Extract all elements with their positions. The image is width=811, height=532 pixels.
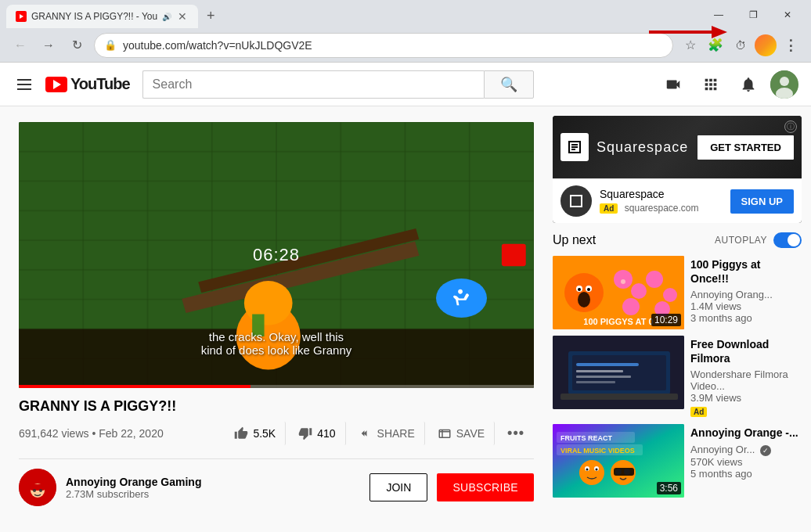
- header-right: [658, 69, 798, 100]
- verified-badge: ✓: [760, 445, 771, 456]
- video-thumb-3: FRUITS REACT VIRAL MUSIC VIDEOS: [553, 424, 684, 498]
- autoplay-label: AUTOPLAY: [715, 235, 767, 246]
- svg-marker-1: [712, 26, 727, 38]
- thumbs-up-icon: [234, 426, 248, 440]
- svg-text:VIRAL MUSIC VIDEOS: VIRAL MUSIC VIDEOS: [560, 447, 635, 455]
- svg-point-41: [663, 288, 677, 302]
- sign-up-button[interactable]: SIGN UP: [730, 189, 794, 214]
- video-progress-bar[interactable]: [19, 385, 534, 388]
- tab-favicon: [16, 11, 27, 22]
- search-button[interactable]: 🔍: [484, 70, 534, 99]
- chrome-menu-button[interactable]: ⋮: [780, 34, 802, 56]
- ad-channel-icon: [560, 185, 592, 217]
- address-bar[interactable]: 🔒 youtube.com/watch?v=nUkJLDQGV2E: [94, 33, 673, 58]
- hamburger-menu[interactable]: [13, 74, 36, 95]
- search-icon: 🔍: [500, 76, 517, 93]
- video-player[interactable]: 06:28 the cracks. Okay, well this kind o…: [19, 122, 534, 388]
- channel-info: Annoying Orange Gaming 2.73M subscribers…: [19, 458, 534, 506]
- video-3-views: 570K views: [690, 456, 802, 468]
- svg-point-62: [596, 469, 598, 471]
- search-input[interactable]: [142, 70, 484, 99]
- youtube-logo-icon: [45, 77, 67, 92]
- channel-name: Annoying Orange Gaming: [66, 476, 201, 488]
- svg-rect-47: [572, 355, 666, 390]
- ad-tag: Ad: [690, 407, 707, 417]
- svg-rect-22: [30, 484, 45, 491]
- channel-avatar: [19, 469, 56, 506]
- hamburger-line: [17, 84, 31, 85]
- video-2-channel: Wondershare Filmora Video...: [690, 368, 802, 392]
- hamburger-line: [17, 88, 31, 90]
- refresh-button[interactable]: ↻: [66, 34, 88, 56]
- svg-point-3: [780, 77, 789, 86]
- ad-info-icon[interactable]: ⓘ: [784, 120, 797, 133]
- video-2-title: Free Download Filmora: [690, 337, 802, 365]
- video-timestamp: 06:28: [253, 245, 300, 265]
- create-video-button[interactable]: [658, 69, 689, 100]
- avatar-image: [770, 70, 798, 99]
- svg-point-23: [33, 489, 36, 492]
- up-next-label: Up next: [553, 233, 715, 247]
- ad-banner-image: Squarespace GET STARTED: [553, 116, 802, 178]
- save-label: SAVE: [456, 427, 485, 440]
- url-text: youtube.com/watch?v=nUkJLDQGV2E: [123, 39, 663, 52]
- ad-row: Squarespace Ad squarespace.com SIGN UP: [553, 178, 802, 223]
- new-tab-button[interactable]: +: [201, 6, 220, 25]
- video-camera-icon: [665, 76, 682, 93]
- video-caption: the cracks. Okay, well this kind of does…: [201, 330, 352, 357]
- tab-close-button[interactable]: ✕: [176, 10, 189, 23]
- recommended-video-2[interactable]: Free Download Filmora Wondershare Filmor…: [553, 336, 802, 418]
- video-views: 691,642 views • Feb 22, 2020: [19, 427, 164, 440]
- video-3-channel: Annoying Or... ✓: [690, 444, 802, 456]
- svg-rect-25: [31, 498, 45, 503]
- ad-badge: Ad: [600, 203, 618, 214]
- share-button[interactable]: SHARE: [349, 422, 425, 445]
- share-icon: [359, 426, 373, 440]
- autoplay-toggle[interactable]: [773, 232, 802, 248]
- apps-button[interactable]: [695, 69, 726, 100]
- back-button[interactable]: ←: [9, 34, 31, 56]
- like-button[interactable]: 5.5K: [225, 422, 286, 445]
- user-avatar[interactable]: [770, 70, 798, 99]
- address-bar-row: ← → ↻ 🔒 youtube.com/watch?v=nUkJLDQGV2E …: [0, 28, 811, 63]
- up-next-header: Up next AUTOPLAY: [553, 232, 802, 248]
- squarespace-logo-big: Squarespace: [560, 133, 688, 161]
- video-2-ad-tag: Ad: [690, 404, 802, 418]
- video-title: GRANNY IS A PIGGY?!!: [19, 397, 534, 415]
- join-button[interactable]: JOIN: [369, 473, 427, 501]
- ad-banner: ⓘ Squarespace GET STARTED: [553, 116, 802, 223]
- svg-rect-52: [560, 394, 678, 400]
- forward-button[interactable]: →: [38, 34, 59, 56]
- tab-title: GRANNY IS A PIGGY?!! - You: [31, 11, 157, 22]
- share-label: SHARE: [377, 427, 415, 440]
- close-window-button[interactable]: ✕: [770, 5, 805, 25]
- profile-avatar[interactable]: [755, 34, 777, 56]
- grid-icon: [702, 76, 719, 93]
- svg-text:100 PIGGYS AT 0: 100 PIGGYS AT 0: [583, 317, 653, 326]
- get-started-button[interactable]: GET STARTED: [697, 135, 794, 160]
- browser-tab[interactable]: GRANNY IS A PIGGY?!! - You 🔊 ✕: [6, 5, 198, 28]
- video-meta: 691,642 views • Feb 22, 2020 5.5K 410: [19, 420, 534, 446]
- play-triangle: [53, 80, 61, 89]
- video-thumb-2-image: [553, 336, 684, 409]
- video-thumb-1: 100 PIGGYS AT 0 10:29: [553, 256, 684, 329]
- recommended-video-3[interactable]: FRUITS REACT VIRAL MUSIC VIDEOS: [553, 424, 802, 498]
- dislike-button[interactable]: 410: [289, 422, 345, 445]
- maximize-button[interactable]: ❐: [736, 5, 770, 25]
- notifications-button[interactable]: [733, 69, 764, 100]
- squarespace-brand-name: Squarespace: [597, 139, 688, 156]
- more-button[interactable]: •••: [498, 420, 534, 446]
- svg-point-40: [655, 275, 661, 281]
- svg-rect-51: [576, 381, 615, 383]
- header-left: YouTube: [13, 74, 130, 95]
- subscribe-button[interactable]: SUBSCRIBE: [437, 473, 534, 501]
- video-2-views: 3.9M views: [690, 392, 802, 404]
- recommended-video-1[interactable]: 100 PIGGYS AT 0 10:29 100 Piggys at Once…: [553, 256, 802, 329]
- ad-brand-name: Squarespace: [600, 188, 730, 200]
- save-button[interactable]: SAVE: [428, 422, 495, 445]
- youtube-logo-text: YouTube: [70, 75, 130, 93]
- youtube-header: YouTube 🔍: [0, 63, 811, 106]
- youtube-logo[interactable]: YouTube: [45, 75, 130, 93]
- like-count: 5.5K: [253, 427, 276, 440]
- channel-details: Annoying Orange Gaming 2.73M subscribers: [66, 476, 201, 500]
